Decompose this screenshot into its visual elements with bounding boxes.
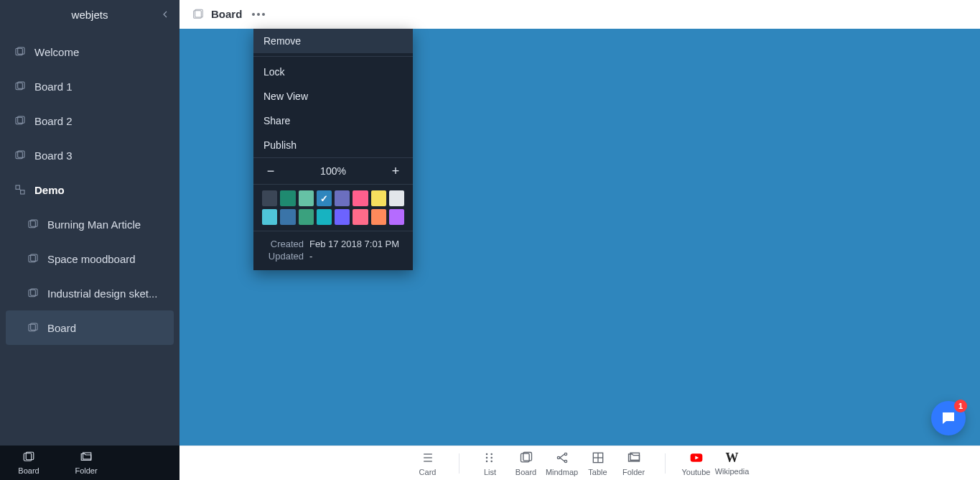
- user-button[interactable]: [956, 8, 969, 21]
- color-swatch[interactable]: [389, 190, 404, 206]
- sidebar-item-8[interactable]: Board: [6, 310, 174, 345]
- page-menu-button[interactable]: [249, 10, 268, 19]
- board-icon: [27, 218, 39, 230]
- toolbar-table[interactable]: Table: [580, 451, 616, 476]
- zoom-row: − 100% +: [253, 157, 413, 185]
- toolbar-card[interactable]: Card: [410, 451, 446, 476]
- toolbar-group: YoutubeWWikipedia: [678, 451, 750, 476]
- created-label: Created: [263, 239, 304, 249]
- sidebar-item-3[interactable]: Board 3: [0, 138, 179, 172]
- menu-item-share[interactable]: Share: [253, 109, 413, 133]
- list-icon: [483, 451, 498, 466]
- color-swatch[interactable]: [389, 209, 404, 225]
- canvas[interactable]: RemoveLockNew ViewSharePublish − 100% + …: [179, 29, 980, 480]
- color-swatch[interactable]: [262, 190, 277, 206]
- sidebar-footer-board[interactable]: Board: [0, 446, 57, 480]
- menu-item-new view[interactable]: New View: [253, 84, 413, 109]
- color-swatch[interactable]: [280, 209, 295, 225]
- color-swatch[interactable]: [335, 209, 350, 225]
- expand-icon: [14, 184, 26, 195]
- board-icon: [27, 287, 39, 299]
- label: Board: [515, 468, 536, 476]
- label: Mindmap: [546, 468, 578, 476]
- color-swatch[interactable]: [299, 190, 314, 206]
- svg-rect-8: [16, 185, 19, 189]
- topbar-actions: [865, 8, 969, 21]
- page-title: Board: [211, 8, 242, 20]
- zoom-in-button[interactable]: +: [388, 164, 403, 178]
- color-swatch[interactable]: [317, 190, 332, 206]
- inbox-button[interactable]: [895, 8, 908, 21]
- sidebar-item-label: Burning Man Article: [47, 218, 141, 231]
- svg-point-30: [485, 460, 487, 462]
- zoom-value: 100%: [320, 165, 346, 177]
- svg-point-36: [557, 456, 559, 458]
- created-value: Feb 17 2018 7:01 PM: [309, 239, 399, 249]
- color-swatch[interactable]: [262, 209, 277, 225]
- color-swatch[interactable]: [353, 190, 368, 206]
- toolbar-wikipedia[interactable]: WWikipedia: [714, 451, 750, 476]
- folder-icon: [627, 451, 641, 466]
- sidebar-item-6[interactable]: Space moodboard: [0, 241, 179, 276]
- toolbar-divider: [665, 453, 666, 474]
- sidebar-footer-folder[interactable]: Folder: [57, 446, 115, 480]
- toolbar-list[interactable]: List: [472, 451, 508, 476]
- color-swatch[interactable]: [371, 209, 386, 225]
- youtube-icon: [689, 451, 704, 466]
- toolbar-mindmap[interactable]: Mindmap: [544, 451, 580, 476]
- collapse-sidebar-button[interactable]: [157, 6, 174, 23]
- menu-item-lock[interactable]: Lock: [253, 60, 413, 84]
- color-swatch[interactable]: [335, 190, 350, 206]
- board-icon: [14, 46, 26, 57]
- sidebar-header: webjets: [0, 0, 179, 29]
- color-swatch[interactable]: [371, 190, 386, 206]
- updated-label: Updated: [263, 251, 304, 262]
- zoom-out-button[interactable]: −: [263, 164, 278, 178]
- sidebar-item-label: Board: [47, 322, 76, 334]
- sidebar-item-label: Demo: [34, 184, 65, 196]
- sidebar-footer: BoardFolder: [0, 446, 179, 480]
- sidebar-item-label: Space moodboard: [47, 253, 136, 265]
- table-icon: [591, 451, 605, 466]
- sidebar-item-label: Board 2: [34, 115, 73, 127]
- svg-point-33: [490, 460, 493, 462]
- sidebar-item-2[interactable]: Board 2: [0, 103, 179, 138]
- sidebar-item-4[interactable]: Demo: [0, 172, 179, 207]
- sidebar-item-7[interactable]: Industrial design sket...: [0, 276, 179, 310]
- chevron-left-icon: [159, 9, 171, 20]
- context-menu: RemoveLockNew ViewSharePublish − 100% + …: [253, 29, 413, 270]
- trash-button[interactable]: [925, 8, 938, 21]
- star-button[interactable]: [865, 8, 878, 21]
- toolbar-youtube[interactable]: Youtube: [678, 451, 714, 476]
- main: Board RemoveLockNew ViewSharePublish − 1…: [179, 0, 980, 480]
- board-icon: [14, 80, 26, 92]
- chat-button[interactable]: 1: [931, 401, 966, 435]
- topbar: Board: [179, 0, 980, 29]
- color-swatch[interactable]: [280, 190, 295, 206]
- menu-item-remove[interactable]: Remove: [253, 29, 413, 53]
- sidebar-item-label: Board 3: [34, 149, 73, 162]
- board-icon: [519, 451, 533, 466]
- menu-item-publish[interactable]: Publish: [253, 133, 413, 157]
- card-icon: [421, 451, 435, 466]
- sidebar-item-1[interactable]: Board 1: [0, 69, 179, 103]
- chat-badge: 1: [954, 400, 967, 412]
- label: Folder: [622, 468, 645, 476]
- menu-separator: [253, 56, 413, 57]
- sidebar-item-label: Board 1: [34, 80, 73, 93]
- breadcrumb: Board: [191, 8, 268, 21]
- toolbar-group: Card: [410, 451, 446, 476]
- label: Wikipedia: [715, 467, 750, 476]
- mindmap-icon: [555, 451, 569, 466]
- color-swatch[interactable]: [353, 209, 368, 225]
- toolbar-folder[interactable]: Folder: [616, 451, 652, 476]
- bottom-toolbar: CardListBoardMindmapTableFolderYoutubeWW…: [179, 446, 980, 480]
- sidebar-item-0[interactable]: Welcome: [0, 34, 179, 69]
- palette-row: [262, 209, 404, 225]
- color-swatch[interactable]: [317, 209, 332, 225]
- app-title: webjets: [0, 9, 179, 21]
- svg-point-28: [485, 453, 487, 455]
- color-swatch[interactable]: [299, 209, 314, 225]
- toolbar-board[interactable]: Board: [508, 451, 544, 476]
- sidebar-item-5[interactable]: Burning Man Article: [0, 207, 179, 241]
